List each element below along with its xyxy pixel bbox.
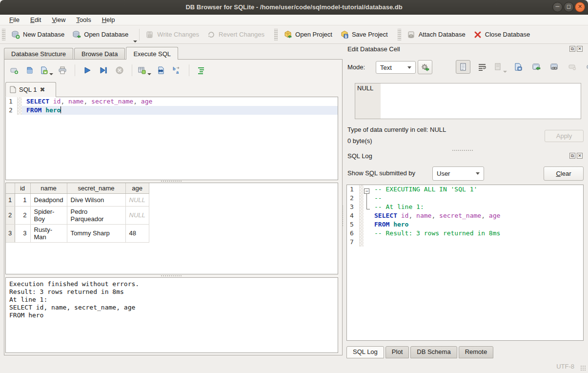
log-line[interactable]: 5FROM hero bbox=[347, 220, 583, 229]
set-link-icon[interactable] bbox=[548, 60, 561, 74]
tab-browse-data[interactable]: Browse Data bbox=[74, 48, 125, 60]
table-cell[interactable]: 2 bbox=[15, 206, 30, 224]
execute-current-line-icon[interactable] bbox=[98, 64, 109, 76]
column-header-id[interactable]: id bbox=[15, 183, 30, 193]
tab-execute-sql[interactable]: Execute SQL bbox=[126, 47, 178, 60]
word-wrap-icon[interactable] bbox=[476, 60, 488, 74]
results-grid[interactable]: idnamesecret_nameage11DeadpondDive Wilso… bbox=[5, 183, 338, 274]
table-cell[interactable]: NULL bbox=[125, 206, 149, 224]
menu-file[interactable]: File bbox=[5, 15, 24, 24]
log-line[interactable]: 3-- At line 1: bbox=[347, 203, 583, 211]
panel-splitter-handle[interactable] bbox=[342, 205, 344, 227]
column-header-secret_name[interactable]: secret_name bbox=[67, 183, 125, 193]
cell-print-icon[interactable] bbox=[584, 60, 588, 74]
close-button[interactable]: ✕ bbox=[575, 2, 585, 12]
sql1-tab-label: SQL 1 bbox=[19, 86, 37, 93]
sql-editor[interactable]: 1SELECT id, name, secret_name, age2FROM … bbox=[5, 97, 338, 180]
tab-database-structure[interactable]: Database Structure bbox=[4, 48, 73, 60]
column-header-age[interactable]: age bbox=[125, 183, 149, 193]
dock-tab-db-schema[interactable]: DB Schema bbox=[410, 346, 457, 358]
row-header[interactable]: 3 bbox=[6, 224, 15, 242]
dock-tab-remote[interactable]: Remote bbox=[459, 346, 494, 358]
edit-cell-close-icon[interactable]: ✕ bbox=[577, 46, 583, 52]
sql-log-close-icon[interactable]: ✕ bbox=[577, 153, 583, 159]
attach-database-icon bbox=[407, 30, 416, 39]
sql-log-splitter-handle[interactable] bbox=[452, 149, 473, 152]
clear-button[interactable]: Clear bbox=[544, 166, 584, 181]
menu-tools[interactable]: Tools bbox=[72, 15, 95, 24]
auto-apply-button[interactable] bbox=[418, 60, 432, 74]
toolbar-grip[interactable] bbox=[398, 29, 401, 41]
table-cell[interactable]: NULL bbox=[125, 193, 149, 206]
menu-help[interactable]: Help bbox=[98, 15, 120, 24]
open-sql-file-icon[interactable] bbox=[24, 64, 36, 76]
execute-all-icon[interactable] bbox=[81, 64, 93, 76]
save-sql-file-icon[interactable] bbox=[41, 64, 52, 76]
sql1-tab[interactable]: SQL 1 ✖ bbox=[5, 82, 56, 97]
table-cell[interactable]: Rusty-Man bbox=[30, 224, 67, 242]
open-database-button[interactable]: Open Database bbox=[68, 28, 132, 41]
close-database-button[interactable]: Close Database bbox=[469, 28, 534, 41]
minimize-button[interactable]: ─ bbox=[552, 2, 563, 12]
resize-grip[interactable] bbox=[580, 365, 587, 372]
execute-sql-pane: ba SQL 1 ✖ 1SELECT id, name, secret_name… bbox=[4, 59, 343, 355]
log-line[interactable]: 1-- EXECUTING ALL IN 'SQL 1' bbox=[347, 185, 583, 194]
title-bar[interactable]: DB Browser for SQLite - /home/user/code/… bbox=[0, 0, 588, 15]
print-icon[interactable] bbox=[57, 64, 68, 76]
fold-collapse-icon[interactable]: − bbox=[364, 188, 369, 194]
svg-text:a: a bbox=[176, 70, 179, 75]
log-line[interactable]: 6-- Result: 3 rows returned in 8ms bbox=[347, 229, 583, 238]
table-cell[interactable]: Deadpond bbox=[30, 193, 67, 206]
format-sql-icon[interactable] bbox=[196, 64, 207, 76]
open-project-button[interactable]: Open Project bbox=[280, 28, 336, 41]
sql-submitter-select[interactable]: User bbox=[432, 166, 484, 181]
save-results-icon[interactable] bbox=[139, 64, 150, 76]
log-line[interactable]: 7 bbox=[347, 238, 583, 247]
open-database-dropdown[interactable] bbox=[133, 41, 137, 42]
dock-tab-plot[interactable]: Plot bbox=[385, 346, 409, 358]
mode-select[interactable]: Text bbox=[376, 61, 416, 74]
table-cell[interactable]: 1 bbox=[15, 193, 30, 206]
maximize-button[interactable]: ◻ bbox=[564, 2, 574, 12]
table-cell[interactable]: 48 bbox=[125, 224, 149, 242]
window-title: DB Browser for SQLite - /home/user/code/… bbox=[185, 3, 402, 11]
save-results-dropdown[interactable] bbox=[147, 73, 151, 75]
save-as-icon[interactable] bbox=[512, 60, 525, 74]
editor-line[interactable]: 2FROM hero bbox=[6, 106, 338, 115]
sql-log-float-icon[interactable]: ⧉ bbox=[569, 153, 575, 159]
attach-database-button[interactable]: Attach Database bbox=[403, 28, 469, 41]
find-icon[interactable] bbox=[155, 64, 166, 76]
cell-value-editor[interactable]: NULL bbox=[355, 83, 581, 119]
dock-tab-sql-log[interactable]: SQL Log bbox=[346, 346, 384, 358]
row-header[interactable]: 2 bbox=[6, 206, 15, 224]
toolbar-grip[interactable] bbox=[2, 29, 5, 41]
log-line[interactable]: 4SELECT id, name, secret_name, age bbox=[347, 211, 583, 220]
new-database-icon bbox=[11, 30, 20, 39]
right-dock: Edit Database Cell ⧉ ✕ Mode: Text NULL T… bbox=[345, 44, 585, 359]
table-cell[interactable]: Tommy Sharp bbox=[67, 224, 125, 242]
toolbar-grip[interactable] bbox=[274, 29, 278, 41]
editor-line[interactable]: 1SELECT id, name, secret_name, age bbox=[6, 97, 338, 106]
menu-view[interactable]: View bbox=[47, 15, 70, 24]
execution-status-box[interactable]: Execution finished without errors. Resul… bbox=[5, 277, 338, 353]
text-mode-icon[interactable] bbox=[456, 60, 470, 74]
table-cell[interactable]: Pedro Parqueador bbox=[67, 206, 125, 224]
row-header[interactable]: 1 bbox=[6, 193, 15, 206]
new-sql-tab-icon[interactable] bbox=[8, 64, 20, 76]
edit-cell-float-icon[interactable]: ⧉ bbox=[569, 46, 575, 52]
table-cell[interactable]: 3 bbox=[15, 224, 30, 242]
sql-log-view[interactable]: − 1-- EXECUTING ALL IN 'SQL 1'2--3-- At … bbox=[346, 185, 584, 341]
table-cell[interactable]: Spider-Boy bbox=[30, 206, 67, 224]
table-cell[interactable]: Dive Wilson bbox=[67, 193, 125, 206]
sql1-tab-close-icon[interactable]: ✖ bbox=[40, 86, 45, 93]
save-project-button[interactable]: Save Project bbox=[336, 28, 392, 41]
log-line[interactable]: 2-- bbox=[347, 194, 583, 203]
save-sql-dropdown[interactable] bbox=[49, 73, 53, 75]
line-number: 5 bbox=[347, 220, 360, 229]
export-icon[interactable] bbox=[530, 60, 543, 74]
menu-edit[interactable]: Edit bbox=[26, 15, 45, 24]
find-replace-icon[interactable]: ba bbox=[171, 64, 182, 76]
new-database-button[interactable]: New Database bbox=[7, 28, 68, 41]
corner-header[interactable] bbox=[6, 183, 15, 193]
column-header-name[interactable]: name bbox=[30, 183, 67, 193]
